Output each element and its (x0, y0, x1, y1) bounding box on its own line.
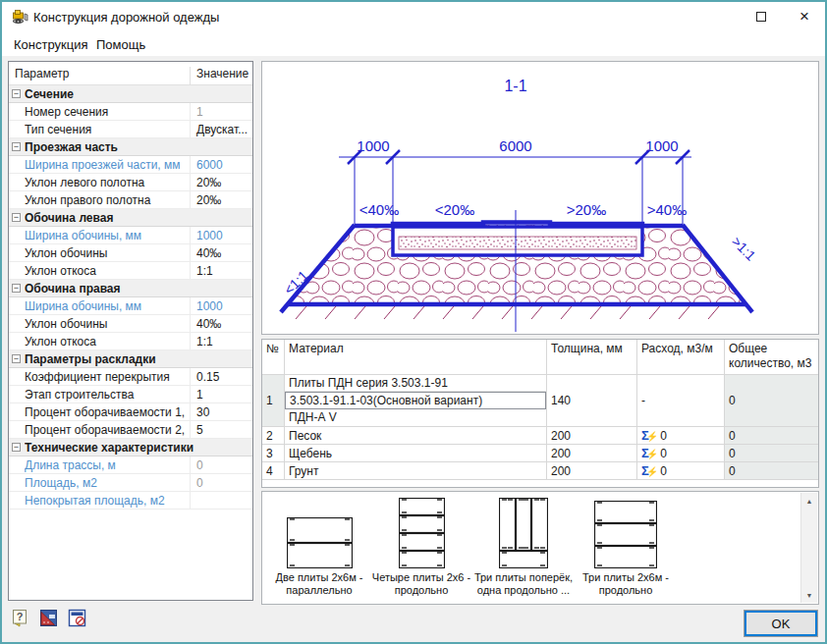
material-row[interactable]: 3Щебень200Σ⚡00 (262, 445, 818, 462)
param-row[interactable]: Уклон обочины40‰ (9, 315, 252, 333)
material-row[interactable]: 4Грунт200Σ⚡00 (262, 462, 818, 480)
param-value[interactable]: Двускат... (190, 121, 252, 137)
param-value[interactable]: 1000 (190, 297, 252, 314)
material-consumption-cell[interactable]: - (637, 375, 725, 427)
param-row[interactable]: Процент оборачиваемости 2, %5 (9, 421, 252, 439)
layout-thumbnail-icon[interactable] (287, 496, 353, 568)
param-value[interactable]: 6000 (190, 156, 252, 173)
material-consumption-cell[interactable]: Σ⚡0 (637, 427, 725, 445)
param-row[interactable]: Площадь, м20 (9, 474, 252, 492)
materials-header: № Материал Толщина, мм Расход, м3/м Обще… (262, 340, 818, 375)
param-value[interactable]: 0 (190, 456, 252, 473)
param-row[interactable]: Уклон откоса1:1 (9, 333, 252, 350)
param-row[interactable]: Номер сечения1 (9, 103, 252, 121)
material-thickness-cell[interactable]: 200 (547, 462, 637, 480)
param-section-row[interactable]: −Проезжая часть (9, 138, 252, 156)
lightning-icon: ⚡ (646, 466, 658, 477)
material-consumption-cell[interactable]: Σ⚡0 (637, 462, 725, 480)
param-value[interactable]: 1000 (190, 227, 252, 243)
param-value[interactable]: 20‰ (190, 191, 252, 208)
param-section-row[interactable]: −Обочина левая (9, 209, 252, 227)
param-label: Процент оборачиваемости 1, % (25, 404, 188, 420)
param-row[interactable]: Ширина проезжей части, мм6000 (9, 156, 252, 174)
material-name-line: ПДН-А V (285, 409, 546, 426)
layout-thumbnail-icon[interactable] (399, 496, 445, 568)
param-section-row[interactable]: −Параметры раскладки (9, 350, 252, 368)
material-thickness-cell[interactable]: 200 (547, 427, 637, 445)
material-name-cell[interactable]: Грунт (285, 462, 547, 480)
scroll-down-button[interactable]: ▼ (801, 587, 817, 603)
menu-construction[interactable]: Конструкция (10, 35, 91, 54)
parameter-grid: Параметр Значение −СечениеНомер сечения1… (8, 61, 253, 601)
slope-shoulder-right: >40‰ (647, 201, 687, 218)
material-consumption-cell[interactable]: Σ⚡0 (637, 445, 725, 462)
param-label: Уклон левого полотна (25, 175, 188, 190)
param-section-row[interactable]: −Сечение (9, 85, 252, 103)
param-value[interactable] (190, 492, 252, 509)
maximize-button[interactable] (741, 2, 782, 31)
layout-thumbnail-icon[interactable] (594, 496, 657, 568)
param-section-row[interactable]: −Технические характеристики (9, 439, 252, 456)
material-name-cell[interactable]: Щебень (285, 445, 547, 462)
material-name-cell[interactable]: Песок (285, 427, 547, 445)
ruler-icon[interactable] (39, 609, 58, 627)
material-thickness-cell[interactable]: 200 (547, 445, 637, 462)
param-row[interactable]: Тип сеченияДвускат... (9, 121, 252, 138)
param-value[interactable]: 1 (190, 103, 252, 120)
collapse-icon[interactable]: − (12, 443, 21, 452)
param-row[interactable]: Уклон обочины40‰ (9, 244, 252, 262)
material-thickness-cell[interactable]: 140 (547, 375, 637, 427)
material-total-cell: 0 (725, 375, 818, 427)
collapse-icon[interactable]: − (12, 284, 21, 293)
param-column-header: Параметр (15, 67, 69, 80)
material-row[interactable]: 1Плиты ПДН серия 3.503.1-913.503.1-91.1-… (262, 375, 818, 427)
param-row[interactable]: Уклон откоса1:1 (9, 262, 252, 280)
param-row[interactable]: Длина трассы, м0 (9, 456, 252, 474)
param-row[interactable]: Уклон левого полотна20‰ (9, 174, 252, 191)
ok-button[interactable]: OK (744, 611, 817, 636)
layouts-scrollbar[interactable]: ▲ ▼ (800, 493, 817, 603)
layout-option[interactable]: Три плиты поперёк,одна продольно ... (472, 496, 575, 602)
help-icon[interactable]: ? (11, 609, 29, 627)
param-value[interactable]: 0.15 (190, 368, 252, 385)
param-section-row[interactable]: −Обочина правая (9, 280, 252, 297)
collapse-icon[interactable]: − (12, 354, 21, 363)
collapse-icon[interactable]: − (12, 213, 21, 222)
material-variant-combo[interactable]: 3.503.1-91.1-03(Основной вариант) (285, 392, 546, 409)
layout-option[interactable]: Три плиты 2х6м -продольно (575, 496, 677, 602)
param-value[interactable]: 40‰ (190, 315, 252, 332)
param-value[interactable]: 40‰ (190, 244, 252, 261)
svg-text:?: ? (17, 611, 24, 622)
param-row[interactable]: Процент оборачиваемости 1, %30 (9, 403, 252, 421)
layout-caption: Три плиты 2х6м -продольно (582, 571, 669, 597)
param-row[interactable]: Этап строительства1 (9, 386, 252, 403)
param-row[interactable]: Ширина обочины, мм1000 (9, 297, 252, 315)
collapse-icon[interactable]: − (12, 142, 21, 151)
col-header-num: № (262, 340, 285, 375)
param-row[interactable]: Уклон правого полотна20‰ (9, 191, 252, 209)
col-header-consumption: Расход, м3/м (637, 340, 725, 375)
material-name-cell[interactable]: Плиты ПДН серия 3.503.1-913.503.1-91.1-0… (285, 375, 547, 427)
menu-help[interactable]: Помощь (92, 35, 149, 54)
material-row[interactable]: 2Песок200Σ⚡00 (262, 427, 818, 445)
bulldozer-icon (12, 9, 28, 25)
param-value[interactable]: 30 (190, 403, 252, 420)
scroll-up-button[interactable]: ▲ (801, 493, 817, 509)
param-row[interactable]: Ширина обочины, мм1000 (9, 227, 252, 244)
param-row[interactable]: Непокрытая площадь, м2 (9, 492, 252, 510)
gost-icon[interactable] (68, 609, 86, 627)
layout-option[interactable]: Четыре плиты 2х6 -продольно (370, 496, 472, 602)
param-value[interactable]: 0 (190, 474, 252, 491)
close-button[interactable]: × (784, 2, 825, 31)
param-value[interactable]: 20‰ (190, 174, 252, 190)
param-value[interactable]: 1:1 (190, 333, 252, 349)
layout-option[interactable]: Две плиты 2х6м -параллельно (268, 496, 370, 602)
param-value[interactable]: 5 (190, 421, 252, 438)
param-label: Процент оборачиваемости 2, % (25, 422, 188, 438)
param-label: Уклон обочины (25, 245, 188, 261)
param-value[interactable]: 1:1 (190, 262, 252, 279)
collapse-icon[interactable]: − (12, 89, 21, 98)
param-value[interactable]: 1 (190, 386, 252, 402)
param-row[interactable]: Коэффициент перекрытия0.15 (9, 368, 252, 386)
layout-thumbnail-icon[interactable] (499, 496, 548, 568)
